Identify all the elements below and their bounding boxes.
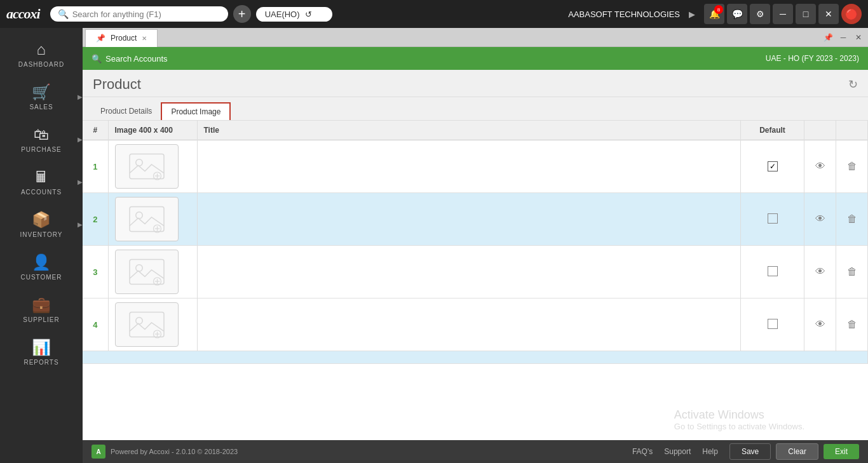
reports-label: REPORTS: [24, 359, 58, 366]
save-button[interactable]: Save: [729, 443, 771, 460]
page-content: Product ↻ Product Details Product Image …: [83, 70, 868, 440]
company-arrow-icon: ▶: [689, 10, 695, 19]
page-refresh-button[interactable]: ↻: [848, 77, 858, 91]
close-button[interactable]: ✕: [818, 4, 839, 24]
minimize-button[interactable]: ─: [773, 4, 793, 24]
tab-product-image[interactable]: Product Image: [161, 102, 231, 120]
search-input[interactable]: [72, 10, 212, 19]
row2-view[interactable]: 👁: [804, 193, 836, 246]
page-header: Product ↻: [83, 70, 868, 97]
checkbox-unchecked-3[interactable]: [768, 266, 778, 276]
delete-button-3[interactable]: 🗑: [847, 266, 857, 278]
row4-delete[interactable]: 🗑: [836, 299, 868, 351]
view-button-3[interactable]: 👁: [815, 266, 825, 278]
sidebar-item-sales[interactable]: 🛒 SALES ▶: [0, 76, 83, 118]
col-default-header: Default: [741, 121, 804, 140]
row3-image[interactable]: [108, 246, 197, 299]
row1-default[interactable]: ✓: [741, 140, 804, 193]
table-row: 2: [83, 193, 868, 246]
tab-close-icon[interactable]: ✕: [142, 35, 147, 42]
row1-title[interactable]: [197, 140, 741, 193]
sidebar-item-purchase[interactable]: 🛍 PURCHASE ▶: [0, 118, 83, 161]
search-icon: 🔍: [58, 9, 69, 19]
checkbox-unchecked-2[interactable]: [768, 213, 778, 224]
sidebar-item-supplier[interactable]: 💼 SUPPLIER: [0, 288, 83, 331]
company-refresh-icon[interactable]: ↺: [305, 10, 312, 19]
tab-window-controls: 📌 ─ ✕: [821, 30, 865, 44]
sales-expand-icon: ▶: [78, 93, 83, 100]
row4-view[interactable]: 👁: [804, 299, 836, 351]
col-num: #: [83, 121, 108, 140]
tab-product-details[interactable]: Product Details: [92, 102, 161, 120]
row2-title[interactable]: [197, 193, 741, 246]
purchase-label: PURCHASE: [21, 146, 62, 153]
row3-delete[interactable]: 🗑: [836, 246, 868, 299]
help-link[interactable]: Help: [702, 447, 718, 456]
row1-image[interactable]: [108, 140, 197, 193]
add-button[interactable]: +: [233, 5, 251, 23]
supplier-label: SUPPLIER: [23, 316, 59, 323]
image-placeholder-3[interactable]: [115, 250, 179, 294]
svg-rect-5: [130, 207, 164, 232]
dashboard-label: DASHBOARD: [18, 61, 64, 68]
sidebar-item-dashboard[interactable]: ⌂ DASHBOARD: [0, 33, 83, 76]
view-button-2[interactable]: 👁: [815, 213, 825, 225]
maximize-button[interactable]: □: [796, 4, 816, 24]
tab-close-button[interactable]: ✕: [851, 30, 865, 44]
row4-default[interactable]: [741, 299, 804, 351]
delete-button-4[interactable]: 🗑: [847, 319, 857, 330]
delete-button-2[interactable]: 🗑: [847, 213, 857, 225]
row3-default[interactable]: [741, 246, 804, 299]
search-accounts-label: Search Accounts: [105, 54, 168, 64]
row2-delete[interactable]: 🗑: [836, 193, 868, 246]
image-placeholder-4[interactable]: [115, 302, 179, 347]
tab-pin-button[interactable]: 📌: [821, 30, 835, 44]
row1-view[interactable]: 👁: [804, 140, 836, 193]
view-button-4[interactable]: 👁: [815, 319, 825, 330]
sidebar-item-inventory[interactable]: 📦 INVENTORY ▶: [0, 203, 83, 246]
col-title-header: Title: [197, 121, 741, 140]
row4-image[interactable]: [108, 299, 197, 351]
search-accounts-button[interactable]: 🔍 Search Accounts: [92, 54, 168, 64]
settings-button[interactable]: ⚙: [750, 4, 770, 24]
checkbox-checked-1[interactable]: ✓: [768, 161, 778, 171]
search-bar[interactable]: 🔍: [50, 6, 228, 22]
company-selector[interactable]: UAE(HO) ↺: [256, 7, 332, 22]
supplier-icon: 💼: [32, 296, 51, 314]
tab-minimize-button[interactable]: ─: [836, 30, 850, 44]
company-selector-label: UAE(HO): [265, 10, 300, 19]
col-image-header: Image 400 x 400: [108, 121, 197, 140]
row3-view[interactable]: 👁: [804, 246, 836, 299]
row3-title[interactable]: [197, 246, 741, 299]
tab-product[interactable]: 📌 Product ✕: [85, 29, 158, 47]
content-area: 📌 Product ✕ 📌 ─ ✕ 🔍 Search Accounts UAE …: [83, 28, 868, 463]
sidebar-item-reports[interactable]: 📊 REPORTS: [0, 331, 83, 373]
row1-num: 1: [83, 140, 108, 193]
support-link[interactable]: Support: [664, 447, 691, 456]
image-placeholder-2[interactable]: [115, 197, 179, 241]
image-placeholder-icon-3: [128, 256, 166, 288]
table-scroll[interactable]: # Image 400 x 400 Title Default: [83, 121, 868, 440]
footer: A Powered by Accoxi - 2.0.10 © 2018-2023…: [83, 440, 868, 463]
col-delete-header: [836, 121, 868, 140]
image-placeholder-icon-4: [128, 309, 166, 340]
row2-image[interactable]: [108, 193, 197, 246]
row1-delete[interactable]: 🗑: [836, 140, 868, 193]
row2-default[interactable]: [741, 193, 804, 246]
faqs-link[interactable]: FAQ's: [632, 447, 653, 456]
messages-button[interactable]: 💬: [727, 4, 747, 24]
sidebar-item-customer[interactable]: 👤 CUSTOMER: [0, 246, 83, 288]
view-button-1[interactable]: 👁: [815, 161, 825, 172]
clear-button[interactable]: Clear: [776, 443, 818, 460]
svg-point-6: [135, 212, 142, 219]
row4-title[interactable]: [197, 299, 741, 351]
image-placeholder-1[interactable]: [115, 144, 179, 189]
exit-button[interactable]: Exit: [824, 444, 859, 459]
delete-button-1[interactable]: 🗑: [847, 161, 857, 172]
notifications-button[interactable]: 🔔 8: [704, 4, 724, 24]
dashboard-icon: ⌂: [37, 41, 46, 58]
svg-rect-15: [130, 312, 164, 337]
checkbox-unchecked-4[interactable]: [768, 319, 778, 329]
search-accounts-icon: 🔍: [92, 54, 102, 64]
sidebar-item-accounts[interactable]: 🖩 ACCOUNTS ▶: [0, 161, 83, 203]
